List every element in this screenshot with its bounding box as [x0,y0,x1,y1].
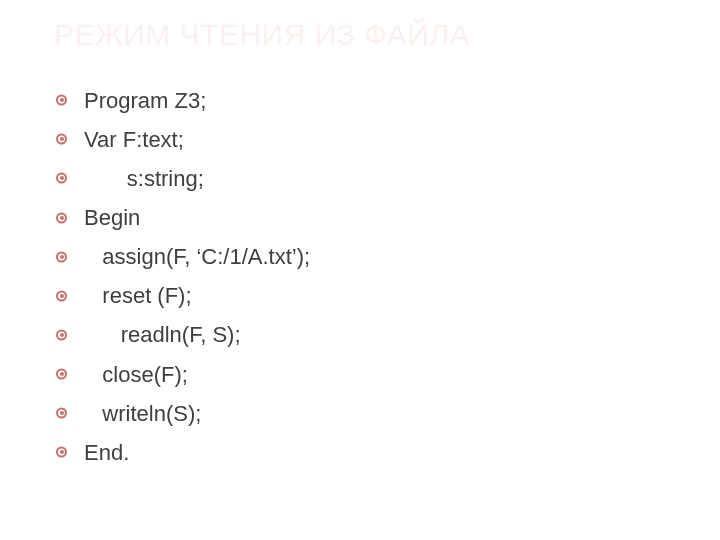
list-item: End. [54,433,692,472]
code-list: Program Z3; Var F:text; s:string; Begin … [54,81,692,473]
slide-title: РЕЖИМ ЧТЕНИЯ ИЗ ФАЙЛА [54,18,692,53]
list-item: close(F); [54,355,692,394]
list-item: writeln(S); [54,394,692,433]
list-item: Program Z3; [54,81,692,120]
list-item: s:string; [54,159,692,198]
list-item: Var F:text; [54,120,692,159]
slide: РЕЖИМ ЧТЕНИЯ ИЗ ФАЙЛА Program Z3; Var F:… [0,0,720,540]
list-item: Begin [54,198,692,237]
list-item: assign(F, ‘C:/1/A.txt’); [54,237,692,276]
list-item: readln(F, S); [54,315,692,354]
list-item: reset (F); [54,276,692,315]
